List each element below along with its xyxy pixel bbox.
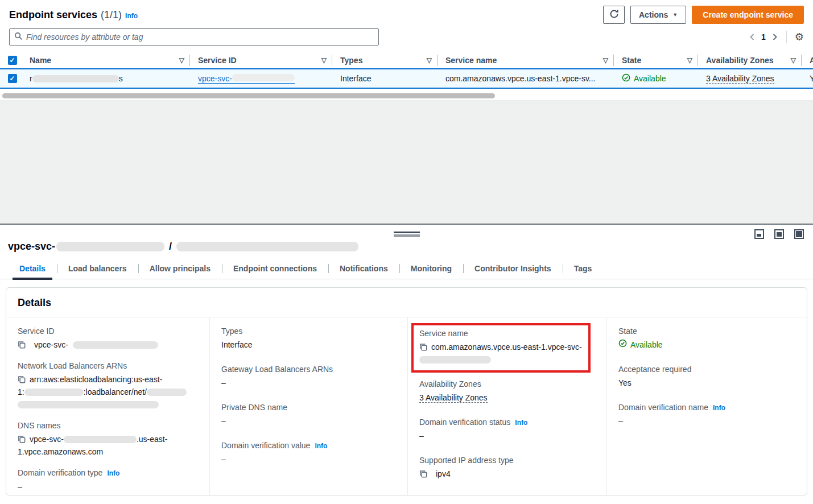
column-header-state[interactable]: State ▽ xyxy=(614,52,698,68)
tab-details[interactable]: Details xyxy=(8,261,57,279)
copy-icon[interactable] xyxy=(18,341,26,349)
column-header-service-id[interactable]: Service ID ▽ xyxy=(190,52,332,68)
annotation-highlight-box: Service name com.amazonaws.vpce.us-east-… xyxy=(411,323,591,373)
search-input[interactable] xyxy=(26,32,374,42)
check-circle-icon xyxy=(618,338,627,351)
table-row[interactable]: r s vpce-svc- Interface com.amazonaws.vp… xyxy=(0,68,813,89)
info-link[interactable]: Info xyxy=(107,469,119,477)
redacted-text xyxy=(73,341,158,349)
tab-monitoring[interactable]: Monitoring xyxy=(399,261,463,279)
filter-icon[interactable]: ▽ xyxy=(791,56,796,64)
current-page[interactable]: 1 xyxy=(761,32,766,42)
redacted-text xyxy=(32,75,119,82)
filter-icon[interactable]: ▽ xyxy=(687,56,692,64)
refresh-button[interactable] xyxy=(603,6,625,24)
list-header: Endpoint services (1/1) Info Actions ▼ C… xyxy=(0,0,813,24)
list-toolbar: 1 ⚙ xyxy=(0,24,813,46)
scrollbar-thumb[interactable] xyxy=(2,93,495,98)
row-acceptance-cell: Y xyxy=(802,69,813,88)
empty-background xyxy=(0,101,813,224)
next-page-button[interactable] xyxy=(771,33,778,41)
field-acceptance-required: Acceptance required Yes xyxy=(618,365,795,389)
previous-page-button[interactable] xyxy=(749,33,756,41)
filter-icon[interactable]: ▽ xyxy=(603,56,608,64)
service-id-link[interactable]: vpce-svc- xyxy=(198,74,295,84)
field-nlb-arns: Network Load Balancers ARNs arn:aws:elas… xyxy=(18,361,198,411)
row-types-cell: Interface xyxy=(332,69,438,88)
header-actions: Actions ▼ Create endpoint service xyxy=(603,6,804,24)
tab-notifications[interactable]: Notifications xyxy=(328,261,399,279)
info-link[interactable]: Info xyxy=(713,404,725,412)
resource-count: (1/1) xyxy=(101,9,122,21)
redacted-text xyxy=(56,242,164,251)
field-availability-zones: Availability Zones 3 Availability Zones xyxy=(419,379,595,404)
header-info-link[interactable]: Info xyxy=(125,12,138,20)
row-availability-zones-cell: 3 Availability Zones xyxy=(698,69,802,88)
info-link[interactable]: Info xyxy=(515,419,527,427)
select-all-cell xyxy=(0,52,22,68)
filter-icon[interactable]: ▽ xyxy=(427,56,432,64)
redacted-text xyxy=(24,389,84,396)
field-domain-verification-status: Domain verification status Info – xyxy=(419,418,595,442)
tab-load-balancers[interactable]: Load balancers xyxy=(57,261,138,279)
page-title-text: Endpoint services xyxy=(9,9,97,21)
redacted-text xyxy=(176,242,358,251)
field-domain-verification-type: Domain verification type Info – xyxy=(18,468,198,493)
row-select-cell xyxy=(0,69,22,88)
select-all-checkbox[interactable] xyxy=(8,56,17,65)
field-types: Types Interface xyxy=(221,327,396,351)
search-box xyxy=(9,28,379,46)
status-badge: Available xyxy=(618,338,795,351)
details-column-1: Service ID vpce-svc- Network Load Balanc… xyxy=(6,317,209,495)
field-glb-arns: Gateway Load Balancers ARNs – xyxy=(221,365,396,389)
column-header-availability-zones[interactable]: Availability Zones ▽ xyxy=(698,52,802,68)
redacted-text xyxy=(147,389,187,396)
availability-zones-link[interactable]: 3 Availability Zones xyxy=(706,74,774,84)
pager-divider xyxy=(786,31,787,43)
filter-icon[interactable]: ▽ xyxy=(321,56,327,64)
field-domain-verification-value: Domain verification value Info – xyxy=(221,441,396,465)
tab-endpoint-connections[interactable]: Endpoint connections xyxy=(222,261,328,279)
info-link[interactable]: Info xyxy=(315,442,327,450)
availability-zones-link[interactable]: 3 Availability Zones xyxy=(419,393,488,403)
row-service-id-cell: vpce-svc- xyxy=(190,69,332,88)
copy-icon[interactable] xyxy=(419,343,428,352)
column-header-acceptance[interactable]: A xyxy=(802,52,813,68)
tab-contributor-insights[interactable]: Contributor Insights xyxy=(463,261,563,279)
column-header-service-name[interactable]: Service name ▽ xyxy=(438,52,614,68)
copy-icon[interactable] xyxy=(18,435,26,444)
field-supported-ip-address-type: Supported IP address type ipv4 xyxy=(419,456,595,480)
panel-size-small-icon[interactable] xyxy=(754,229,764,239)
row-state-cell: Available xyxy=(614,69,698,88)
row-checkbox[interactable] xyxy=(8,74,17,83)
details-column-4: State Available Acceptance xyxy=(606,317,807,495)
details-card-title: Details xyxy=(6,288,807,317)
redacted-text xyxy=(232,74,295,81)
tab-allow-principals[interactable]: Allow principals xyxy=(138,261,222,279)
panel-size-medium-icon[interactable] xyxy=(774,229,784,239)
split-panel-drag-handle[interactable] xyxy=(394,232,420,237)
refresh-icon xyxy=(609,9,619,20)
filter-icon[interactable]: ▽ xyxy=(179,56,184,64)
tab-tags[interactable]: Tags xyxy=(563,261,604,279)
copy-icon[interactable] xyxy=(419,470,428,478)
detail-tabs: Details Load balancers Allow principals … xyxy=(0,261,813,279)
panel-size-large-icon[interactable] xyxy=(794,229,804,239)
horizontal-scrollbar xyxy=(2,93,811,98)
redacted-text xyxy=(419,356,491,363)
detail-split-panel: vpce-svc- / Details Load balancers Allow… xyxy=(0,224,813,503)
actions-button[interactable]: Actions ▼ xyxy=(630,6,686,24)
preferences-gear-icon[interactable]: ⚙ xyxy=(795,32,804,42)
pagination: 1 ⚙ xyxy=(749,31,804,43)
create-endpoint-service-button[interactable]: Create endpoint service xyxy=(692,6,804,24)
endpoint-services-table: Name ▽ Service ID ▽ Types ▽ Service name… xyxy=(0,52,813,89)
copy-icon[interactable] xyxy=(18,375,26,384)
redacted-text xyxy=(18,401,159,408)
column-header-name[interactable]: Name ▽ xyxy=(22,52,190,68)
column-header-types[interactable]: Types ▽ xyxy=(332,52,438,68)
check-circle-icon xyxy=(622,73,630,84)
status-badge: Available xyxy=(622,73,666,84)
details-card: Details Service ID vpce-svc- xyxy=(6,287,807,495)
table-header-row: Name ▽ Service ID ▽ Types ▽ Service name… xyxy=(0,52,813,68)
split-panel-size-controls xyxy=(754,229,804,239)
